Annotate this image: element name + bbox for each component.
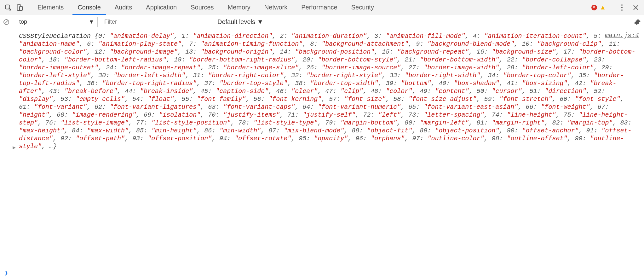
tab-network[interactable]: Network xyxy=(257,0,294,15)
tab-sources[interactable]: Sources xyxy=(184,0,221,15)
tab-elements[interactable]: Elements xyxy=(31,0,71,15)
console-log-entry[interactable]: CSSStyleDeclaration {0: "animation-delay… xyxy=(19,32,639,150)
warning-indicator-icon[interactable]: ▲ xyxy=(600,4,606,11)
tab-divider xyxy=(28,3,28,12)
tab-application[interactable]: Application xyxy=(139,0,184,15)
console-settings-icon[interactable] xyxy=(634,19,641,26)
tab-console[interactable]: Console xyxy=(71,0,107,15)
devtools-tab-bar: ElementsConsoleAuditsApplicationSourcesM… xyxy=(0,0,644,15)
expand-object-icon[interactable]: ▶ xyxy=(13,145,16,151)
tab-memory[interactable]: Memory xyxy=(221,0,257,15)
source-link[interactable]: main.js:4 xyxy=(605,32,639,39)
filter-input[interactable] xyxy=(101,17,214,27)
prompt-chevron-icon: ❯ xyxy=(4,269,8,276)
clear-console-icon[interactable] xyxy=(3,19,9,25)
execution-context-selector[interactable]: top ▼ xyxy=(16,17,98,27)
error-indicator-icon[interactable] xyxy=(591,5,597,10)
device-toolbar-icon[interactable] xyxy=(14,2,25,13)
tab-divider xyxy=(611,3,611,12)
log-levels-selector[interactable]: Default levels ▼ xyxy=(217,18,263,26)
chevron-down-icon: ▼ xyxy=(257,18,263,26)
svg-rect-2 xyxy=(20,6,22,10)
tab-performance[interactable]: Performance xyxy=(294,0,344,15)
console-output: main.js:4 ▶ CSSStyleDeclaration {0: "ani… xyxy=(0,29,644,267)
console-prompt[interactable]: ❯ xyxy=(0,267,644,278)
inspect-element-icon[interactable] xyxy=(3,2,14,13)
panel-tabs: ElementsConsoleAuditsApplicationSourcesM… xyxy=(31,0,381,15)
svg-point-4 xyxy=(621,7,623,8)
context-label: top xyxy=(19,19,27,25)
svg-point-5 xyxy=(621,9,623,11)
chevron-down-icon: ▼ xyxy=(89,19,94,25)
close-devtools-icon[interactable] xyxy=(630,2,641,13)
tab-audits[interactable]: Audits xyxy=(108,0,139,15)
svg-point-3 xyxy=(621,4,623,6)
kebab-menu-icon[interactable] xyxy=(616,2,628,13)
console-toolbar: top ▼ Default levels ▼ xyxy=(0,15,644,29)
tab-security[interactable]: Security xyxy=(344,0,381,15)
levels-label: Default levels xyxy=(217,18,255,26)
